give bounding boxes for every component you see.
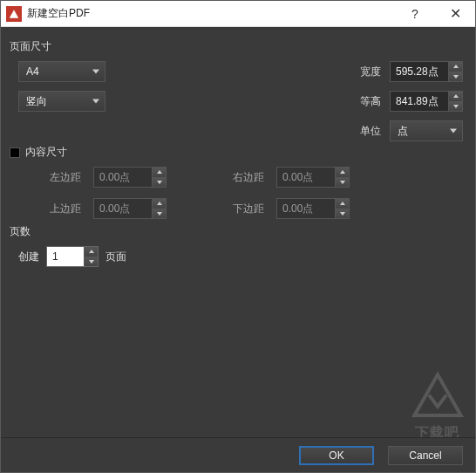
dialog-footer: OK Cancel xyxy=(1,437,475,472)
chevron-down-icon xyxy=(450,129,457,134)
orientation-value: 竖向 xyxy=(26,94,47,109)
top-margin-label: 上边距 xyxy=(36,202,81,216)
content-size-label: 内容尺寸 xyxy=(25,145,67,160)
watermark-logo-icon xyxy=(406,372,469,424)
spin-down-icon[interactable] xyxy=(84,257,98,267)
content-right-col: 右边距 0.00点 下边距 0.00点 xyxy=(219,167,350,219)
unit-row: 单位 点 xyxy=(346,120,463,141)
dialog-window: 新建空白PDF ? ✕ 页面尺寸 A4 竖向 宽度 xyxy=(0,0,476,473)
content-size-header: 内容尺寸 xyxy=(10,145,466,160)
right-margin-row: 右边距 0.00点 xyxy=(219,167,350,188)
dialog-body: 页面尺寸 A4 竖向 宽度 595.28点 xyxy=(1,27,475,472)
height-row: 等高 841.89点 xyxy=(346,91,463,112)
left-margin-value: 0.00点 xyxy=(99,170,130,185)
top-margin-spinner[interactable]: 0.00点 xyxy=(93,198,167,219)
height-value: 841.89点 xyxy=(396,94,439,109)
page-size-section: A4 竖向 宽度 595.28点 等高 xyxy=(10,61,466,141)
spin-up-icon[interactable] xyxy=(152,199,166,209)
bottom-margin-spinner[interactable]: 0.00点 xyxy=(276,198,350,219)
content-left-col: 左边距 0.00点 上边距 0.00点 xyxy=(36,167,167,219)
width-label: 宽度 xyxy=(346,65,381,79)
top-margin-value: 0.00点 xyxy=(99,202,130,216)
height-label: 等高 xyxy=(346,94,381,109)
cancel-button[interactable]: Cancel xyxy=(388,446,463,465)
spin-up-icon[interactable] xyxy=(448,62,462,72)
width-spinner[interactable]: 595.28点 xyxy=(390,61,463,82)
page-count-spinner[interactable]: 1 xyxy=(46,246,99,267)
pages-section: 创建 1 页面 xyxy=(10,246,466,267)
right-margin-label: 右边距 xyxy=(219,170,264,185)
preset-value: A4 xyxy=(26,65,39,78)
help-button[interactable]: ? xyxy=(395,1,435,26)
close-button[interactable]: ✕ xyxy=(435,1,475,26)
title-buttons: ? ✕ xyxy=(395,1,475,26)
bottom-margin-label: 下边距 xyxy=(219,202,264,216)
width-row: 宽度 595.28点 xyxy=(346,61,463,82)
spin-down-icon[interactable] xyxy=(448,102,462,112)
ok-button[interactable]: OK xyxy=(299,446,374,465)
page-size-label: 页面尺寸 xyxy=(10,39,466,54)
spin-down-icon[interactable] xyxy=(335,178,349,188)
chevron-down-icon xyxy=(92,99,99,104)
page-size-right: 宽度 595.28点 等高 841.89点 单位 点 xyxy=(140,61,466,141)
left-margin-row: 左边距 0.00点 xyxy=(36,167,167,188)
content-size-section: 左边距 0.00点 上边距 0.00点 右边距 xyxy=(10,167,466,219)
spin-down-icon[interactable] xyxy=(152,209,166,219)
bottom-margin-row: 下边距 0.00点 xyxy=(219,198,350,219)
top-margin-row: 上边距 0.00点 xyxy=(36,198,167,219)
spin-up-icon[interactable] xyxy=(84,247,98,257)
unit-value: 点 xyxy=(398,124,408,139)
spin-up-icon[interactable] xyxy=(335,199,349,209)
right-margin-spinner[interactable]: 0.00点 xyxy=(276,167,350,188)
spin-up-icon[interactable] xyxy=(152,168,166,178)
spin-down-icon[interactable] xyxy=(152,178,166,188)
create-prefix: 创建 xyxy=(18,250,39,264)
left-margin-spinner[interactable]: 0.00点 xyxy=(93,167,167,188)
left-margin-label: 左边距 xyxy=(36,170,81,185)
page-count-value: 1 xyxy=(52,250,58,263)
unit-combo[interactable]: 点 xyxy=(390,120,463,141)
title-bar: 新建空白PDF ? ✕ xyxy=(1,1,475,27)
spin-down-icon[interactable] xyxy=(335,209,349,219)
page-size-left: A4 竖向 xyxy=(10,61,140,141)
preset-combo[interactable]: A4 xyxy=(18,61,105,82)
width-value: 595.28点 xyxy=(396,65,439,79)
chevron-down-icon xyxy=(92,70,99,74)
unit-label: 单位 xyxy=(346,124,381,139)
right-margin-value: 0.00点 xyxy=(282,170,313,185)
height-spinner[interactable]: 841.89点 xyxy=(390,91,463,112)
pages-label: 页数 xyxy=(10,224,466,239)
spin-up-icon[interactable] xyxy=(448,92,462,102)
app-icon xyxy=(6,6,22,22)
spin-up-icon[interactable] xyxy=(335,168,349,178)
spin-down-icon[interactable] xyxy=(448,72,462,82)
create-suffix: 页面 xyxy=(105,250,126,264)
content-size-checkbox[interactable] xyxy=(10,147,20,158)
orientation-combo[interactable]: 竖向 xyxy=(18,91,105,112)
window-title: 新建空白PDF xyxy=(27,6,395,21)
bottom-margin-value: 0.00点 xyxy=(282,202,313,216)
